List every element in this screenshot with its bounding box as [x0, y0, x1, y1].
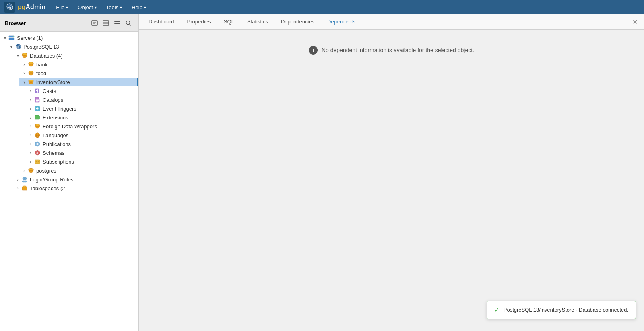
svg-rect-61: [23, 186, 26, 187]
svg-point-57: [24, 177, 27, 180]
tree-item-postgresql13[interactable]: ▾ pg PostgreSQL 13: [0, 42, 138, 51]
no-info-text: No dependent information is available fo…: [322, 47, 474, 53]
tablespaces-icon: [21, 185, 28, 192]
eventtriggers-label: Event Triggers: [43, 106, 76, 112]
food-label: food: [36, 70, 46, 76]
languages-icon: [34, 132, 41, 139]
toggle-icon: ▾: [2, 35, 8, 41]
database-icon: [27, 167, 35, 174]
chevron-down-icon: ▾: [144, 5, 146, 10]
chevron-down-icon: ▾: [120, 5, 122, 10]
info-icon: i: [309, 46, 318, 55]
bank-label: bank: [36, 62, 47, 68]
svg-point-44: [35, 124, 40, 126]
tree-item-extensions[interactable]: › Extensions: [0, 113, 138, 122]
menu-help[interactable]: Help ▾: [128, 3, 150, 12]
browser-title: Browser: [5, 20, 26, 26]
svg-rect-12: [114, 25, 118, 25]
tree-item-bank[interactable]: › bank: [0, 60, 138, 69]
content-body: i No dependent information is available …: [139, 30, 644, 331]
toggle-icon: ›: [27, 114, 34, 121]
sidebar: Browser ▾: [0, 14, 139, 331]
brand: pg pgAdmin: [4, 2, 45, 13]
tree-item-tablespaces[interactable]: › Tablespaces (2): [0, 184, 138, 193]
sidebar-header: Browser: [0, 14, 138, 32]
object-properties-button[interactable]: [89, 18, 100, 28]
fdw-label: Foreign Data Wrappers: [43, 123, 97, 130]
tree-item-eventtriggers[interactable]: › Event Triggers: [0, 104, 138, 113]
tabs-bar: Dashboard Properties SQL Statistics Depe…: [139, 14, 644, 30]
menu-tools[interactable]: Tools ▾: [102, 3, 126, 12]
tree-item-databases[interactable]: ▾ Databases (4): [0, 51, 138, 60]
toggle-icon: ›: [14, 185, 21, 191]
publications-icon: [34, 140, 41, 148]
languages-label: Languages: [43, 132, 68, 138]
tab-properties[interactable]: Properties: [181, 14, 217, 29]
tree-item-subscriptions[interactable]: › Subscriptions: [0, 157, 138, 166]
event-triggers-icon: [34, 105, 41, 112]
postgresql13-label: PostgreSQL 13: [23, 44, 59, 50]
brand-admin: Admin: [26, 4, 46, 10]
fdw-icon: [34, 123, 41, 130]
tree-item-inventorystore[interactable]: ▾ inventoryStore: [0, 78, 138, 86]
svg-rect-4: [93, 22, 96, 23]
tree-item-food[interactable]: › food: [0, 69, 138, 78]
servers-label: Servers (1): [17, 35, 43, 41]
subscriptions-label: Subscriptions: [43, 159, 74, 165]
tree-item-casts[interactable]: › Casts: [0, 86, 138, 95]
table-view-button[interactable]: [101, 18, 111, 28]
tree-item-fdw[interactable]: › Foreign Data Wrappers: [0, 122, 138, 131]
tab-dashboard[interactable]: Dashboard: [142, 14, 181, 29]
inventorystore-label: inventoryStore: [36, 79, 70, 85]
svg-rect-6: [103, 21, 109, 25]
tree-item-publications[interactable]: › Publications: [0, 140, 138, 148]
svg-rect-41: [35, 115, 39, 119]
tab-sql[interactable]: SQL: [217, 14, 241, 29]
toggle-icon: ›: [27, 158, 34, 165]
casts-icon: [34, 87, 41, 95]
toggle-icon: ▾: [14, 52, 21, 59]
browser-tree: ▾ Servers (1) ▾ pg PostgreSQL 13: [0, 32, 138, 331]
extensions-label: Extensions: [43, 115, 68, 121]
properties-button[interactable]: [112, 18, 122, 28]
casts-label: Casts: [43, 88, 56, 94]
svg-rect-11: [114, 23, 120, 24]
chevron-down-icon: ▾: [95, 5, 97, 10]
search-button[interactable]: [123, 18, 134, 28]
toggle-icon: ›: [27, 88, 34, 94]
svg-point-17: [13, 36, 14, 37]
tab-dependents[interactable]: Dependents: [321, 14, 362, 29]
tablespaces-label: Tablespaces (2): [30, 185, 67, 191]
postgres-label: postgres: [36, 168, 56, 174]
toggle-icon: ›: [27, 150, 34, 156]
toggle-icon: ›: [14, 176, 21, 183]
toggle-icon: ›: [27, 97, 34, 103]
navbar-menu: File ▾ Object ▾ Tools ▾ Help ▾: [52, 3, 150, 12]
tree-item-servers[interactable]: ▾ Servers (1): [0, 33, 138, 42]
menu-object[interactable]: Object ▾: [74, 3, 101, 12]
tab-statistics[interactable]: Statistics: [241, 14, 275, 29]
tab-dependencies[interactable]: Dependencies: [275, 14, 321, 29]
svg-text:pg: pg: [7, 6, 11, 9]
close-tab-button[interactable]: ✕: [629, 14, 641, 29]
check-icon: ✓: [494, 306, 500, 314]
toggle-icon: ▾: [21, 79, 27, 85]
database-icon: [27, 70, 35, 77]
schemas-label: Schemas: [43, 150, 64, 156]
menu-file[interactable]: File ▾: [52, 3, 72, 12]
svg-text:S: S: [36, 151, 38, 154]
tree-item-languages[interactable]: › Languages: [0, 131, 138, 140]
brand-text: pgAdmin: [18, 4, 45, 11]
svg-rect-10: [114, 21, 120, 22]
schemas-icon: S: [34, 149, 41, 156]
subscriptions-icon: [34, 158, 41, 165]
tree-item-loginroles[interactable]: › Login/Group Roles: [0, 175, 138, 184]
tree-item-catalogs[interactable]: › Catalogs: [0, 95, 138, 104]
content-area: Dashboard Properties SQL Statistics Depe…: [139, 14, 644, 331]
main-layout: Browser ▾: [0, 14, 644, 331]
tree-item-postgres[interactable]: › postgres: [0, 166, 138, 175]
svg-rect-35: [37, 89, 38, 93]
publications-label: Publications: [43, 141, 71, 147]
loginroles-label: Login/Group Roles: [30, 177, 73, 183]
tree-item-schemas[interactable]: › S Schemas: [0, 148, 138, 157]
